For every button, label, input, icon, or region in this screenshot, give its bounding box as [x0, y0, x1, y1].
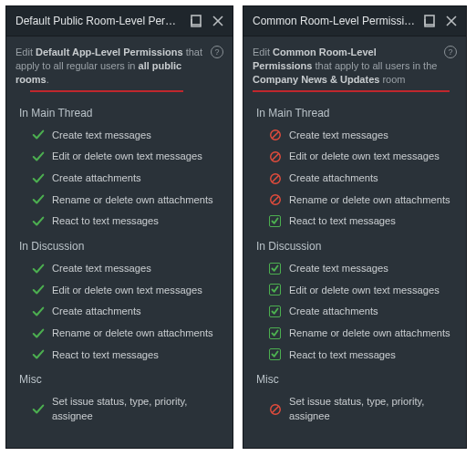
popout-icon[interactable]: [420, 12, 439, 30]
permission-row[interactable]: Create text messages: [247, 125, 462, 147]
permissions-list: In Main ThreadCreate text messagesEdit o…: [6, 98, 233, 435]
panel-subtitle: Edit Common Room-Level Permissions that …: [243, 36, 466, 90]
checkbox-checked-icon[interactable]: [269, 263, 282, 275]
permission-row[interactable]: Create attachments: [10, 301, 229, 323]
svg-line-13: [273, 197, 279, 203]
permission-row[interactable]: Rename or delete own attachments: [10, 190, 229, 212]
help-icon[interactable]: ?: [211, 46, 223, 58]
svg-rect-3: [425, 16, 434, 25]
check-icon: [32, 193, 45, 206]
permission-row[interactable]: Create attachments: [10, 168, 229, 190]
deny-icon: [269, 403, 282, 416]
emphasis-underline: [253, 90, 450, 92]
permission-row[interactable]: Create attachments: [247, 168, 462, 190]
permission-row[interactable]: React to text messages: [247, 211, 462, 233]
checkbox-checked-icon[interactable]: [269, 327, 282, 340]
emphasis-underline: [30, 90, 183, 92]
check-icon: [32, 327, 45, 340]
permission-label: React to text messages: [289, 348, 396, 363]
permission-row[interactable]: Rename or delete own attachments: [10, 323, 229, 345]
permission-label: Edit or delete own text messages: [52, 150, 202, 164]
permission-label: Create text messages: [52, 262, 151, 276]
permission-row[interactable]: Edit or delete own text messages: [10, 280, 229, 302]
permission-row[interactable]: React to text messages: [10, 345, 229, 367]
svg-line-9: [273, 154, 279, 161]
section-header: In Discussion: [247, 233, 462, 258]
titlebar: Default Public Room-Level Permissions: [6, 6, 233, 36]
check-icon: [32, 150, 45, 163]
permission-label: Create attachments: [52, 305, 141, 319]
checkbox-checked-icon[interactable]: [269, 284, 282, 296]
permission-label: Edit or delete own text messages: [289, 150, 440, 164]
svg-line-11: [273, 175, 279, 181]
permissions-list: In Main ThreadCreate text messagesEdit o…: [243, 98, 466, 435]
check-icon: [32, 129, 45, 141]
checkbox-checked-icon[interactable]: [269, 348, 282, 361]
permission-label: Create text messages: [52, 129, 151, 143]
permission-label: Edit or delete own text messages: [52, 284, 202, 298]
permission-row[interactable]: Set issue status, type, priority, assign…: [247, 391, 462, 427]
check-icon: [32, 172, 45, 185]
permission-label: Create text messages: [289, 129, 388, 143]
close-icon[interactable]: [442, 12, 460, 30]
deny-icon: [269, 193, 282, 206]
room-permissions-panel: Common Room-Level Permissions Edit Commo…: [243, 5, 467, 449]
permission-label: React to text messages: [289, 214, 396, 229]
permission-row[interactable]: React to text messages: [10, 211, 229, 233]
permission-row[interactable]: Edit or delete own text messages: [247, 280, 462, 302]
permission-row[interactable]: Create text messages: [10, 258, 229, 280]
section-header: In Main Thread: [247, 99, 462, 125]
permission-label: Create text messages: [289, 262, 388, 276]
permission-row[interactable]: React to text messages: [247, 345, 462, 367]
permission-row[interactable]: Rename or delete own attachments: [247, 323, 462, 345]
permission-label: Create attachments: [289, 305, 378, 319]
check-icon: [32, 403, 45, 416]
checkbox-checked-icon[interactable]: [269, 306, 282, 318]
permission-row[interactable]: Edit or delete own text messages: [10, 146, 229, 168]
permission-row[interactable]: Create attachments: [247, 301, 462, 323]
permission-label: Rename or delete own attachments: [52, 326, 213, 341]
deny-icon: [269, 172, 282, 185]
permission-label: Rename or delete own attachments: [289, 193, 450, 208]
permission-row[interactable]: Set issue status, type, priority, assign…: [10, 391, 229, 427]
close-icon[interactable]: [209, 12, 227, 30]
section-header: In Discussion: [10, 233, 229, 258]
deny-icon: [269, 150, 282, 163]
permission-row[interactable]: Create text messages: [10, 125, 229, 147]
panel-subtitle: Edit Default App-Level Permissions that …: [6, 36, 233, 90]
permission-row[interactable]: Edit or delete own text messages: [247, 146, 462, 168]
section-header: Misc: [10, 366, 229, 391]
check-icon: [32, 348, 45, 361]
default-permissions-panel: Default Public Room-Level Permissions Ed…: [5, 5, 233, 449]
svg-line-7: [273, 132, 279, 139]
permission-label: React to text messages: [52, 214, 159, 229]
permission-label: Set issue status, type, priority, assign…: [52, 395, 229, 423]
popout-icon[interactable]: [187, 12, 205, 30]
panel-title: Common Room-Level Permissions: [253, 15, 417, 27]
permission-label: Rename or delete own attachments: [289, 326, 450, 341]
svg-line-15: [273, 406, 279, 412]
help-icon[interactable]: ?: [444, 46, 457, 58]
deny-icon: [269, 129, 282, 141]
permission-label: React to text messages: [52, 348, 159, 363]
check-icon: [32, 215, 45, 228]
permission-row[interactable]: Rename or delete own attachments: [247, 190, 462, 212]
permission-label: Rename or delete own attachments: [52, 193, 213, 208]
panel-title: Default Public Room-Level Permissions: [16, 15, 183, 27]
permission-label: Edit or delete own text messages: [289, 284, 440, 298]
permission-row[interactable]: Create text messages: [247, 258, 462, 280]
titlebar: Common Room-Level Permissions: [243, 6, 466, 36]
check-icon: [32, 284, 45, 296]
check-icon: [32, 263, 45, 275]
check-icon: [32, 306, 45, 318]
permission-label: Create attachments: [52, 171, 141, 186]
section-header: In Main Thread: [10, 99, 229, 125]
checkbox-checked-icon[interactable]: [269, 215, 282, 228]
permission-label: Set issue status, type, priority, assign…: [289, 395, 462, 423]
section-header: Misc: [247, 366, 462, 391]
svg-rect-0: [191, 16, 201, 25]
permission-label: Create attachments: [289, 171, 378, 186]
